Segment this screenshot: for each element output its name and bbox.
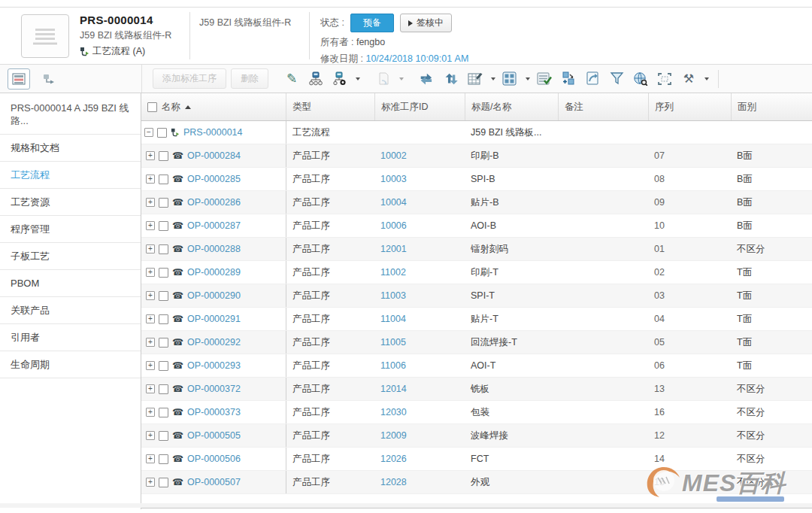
sidebar-item[interactable]: PBOM <box>0 270 141 297</box>
row-checkbox[interactable] <box>159 268 168 278</box>
paste-icon[interactable] <box>374 69 393 89</box>
item-link[interactable]: OP-0000506 <box>187 454 241 464</box>
expand-toggle[interactable]: + <box>146 314 155 323</box>
status-next-button[interactable]: 签核中 <box>400 14 452 32</box>
std-op-id-link[interactable]: 11005 <box>380 337 406 348</box>
expand-toggle[interactable]: + <box>146 384 155 393</box>
expand-toggle[interactable]: + <box>146 244 155 253</box>
expand-toggle[interactable]: + <box>146 454 155 463</box>
row-checkbox[interactable] <box>159 221 168 231</box>
column-header-seq[interactable]: 序列 <box>648 93 731 120</box>
table-row[interactable]: + ☎ OP-0000284 产品工序 10002 印刷-B 07 B面 <box>141 144 812 168</box>
column-header-side[interactable]: 面别 <box>731 93 812 120</box>
std-op-id-link[interactable]: 10002 <box>380 150 407 161</box>
table-row[interactable]: + ☎ OP-0000373 产品工序 12030 包装 16 不区分 <box>141 401 812 424</box>
expand-toggle[interactable]: + <box>146 198 155 207</box>
tools-icon[interactable]: ⚒ <box>679 69 698 89</box>
status-current-badge[interactable]: 预备 <box>350 14 394 32</box>
expand-toggle[interactable]: + <box>146 151 155 160</box>
std-op-id-link[interactable]: 10004 <box>380 197 407 208</box>
std-op-id-link[interactable]: 11004 <box>380 314 406 324</box>
std-op-id-link[interactable]: 12009 <box>380 430 407 441</box>
std-op-id-link[interactable]: 10003 <box>380 174 407 184</box>
table-row[interactable]: + ☎ OP-0000507 产品工序 12028 外观 15 不区分 <box>141 471 812 494</box>
row-checkbox[interactable] <box>159 175 168 184</box>
expand-toggle[interactable]: + <box>146 361 155 370</box>
sidebar-item[interactable]: 生命周期 <box>0 351 141 378</box>
sidebar-item[interactable]: 关联产品 <box>0 297 141 324</box>
row-checkbox[interactable] <box>159 431 168 441</box>
row-checkbox[interactable] <box>157 128 167 138</box>
expand-toggle[interactable]: + <box>146 408 155 417</box>
item-link[interactable]: OP-0000507 <box>187 477 241 487</box>
globe-search-icon[interactable] <box>631 69 650 89</box>
item-link[interactable]: OP-0000285 <box>187 174 241 184</box>
tree-settings-caret[interactable] <box>356 77 360 80</box>
row-checkbox[interactable] <box>159 361 168 371</box>
item-link[interactable]: OP-0000293 <box>187 360 241 371</box>
item-link[interactable]: OP-0000373 <box>187 407 241 417</box>
process-view-button[interactable] <box>38 68 60 90</box>
sidebar-item[interactable]: 规格和文档 <box>0 135 141 162</box>
item-link[interactable]: OP-0000505 <box>187 430 241 441</box>
expand-toggle[interactable]: + <box>146 338 155 347</box>
tree-settings-icon[interactable] <box>330 69 350 89</box>
item-link[interactable]: OP-0000290 <box>187 290 241 301</box>
indent-arrows-icon[interactable] <box>417 69 437 89</box>
sidebar-item[interactable]: 工艺资源 <box>0 189 141 216</box>
item-link[interactable]: OP-0000286 <box>187 197 241 208</box>
sidebar-item[interactable]: PRS-0000014 A J59 BZI 线路... <box>0 95 141 135</box>
table-row[interactable]: + ☎ OP-0000291 产品工序 11004 贴片-T 04 T面 <box>141 308 812 331</box>
expand-toggle[interactable]: + <box>146 478 155 487</box>
table-row[interactable]: + ☎ OP-0000286 产品工序 10004 贴片-B 09 B面 <box>141 191 812 214</box>
table-row[interactable]: + ☎ OP-0000288 产品工序 12001 镭射刻码 01 不区分 <box>141 238 812 261</box>
sidebar-item[interactable]: 子板工艺 <box>0 243 141 270</box>
std-op-id-link[interactable]: 11006 <box>380 360 406 371</box>
paste-caret[interactable] <box>399 77 404 80</box>
add-items-icon[interactable] <box>559 69 578 89</box>
checklist-icon[interactable] <box>535 69 554 89</box>
item-link[interactable]: OP-0000287 <box>187 220 241 231</box>
item-link[interactable]: OP-0000284 <box>187 150 241 161</box>
expand-toggle[interactable]: + <box>146 431 155 440</box>
expand-toggle[interactable]: + <box>146 175 155 184</box>
std-op-id-link[interactable]: 10006 <box>380 220 407 231</box>
column-header-type[interactable]: 类型 <box>286 93 374 120</box>
row-checkbox[interactable] <box>159 384 168 394</box>
column-header-std-id[interactable]: 标准工序ID <box>374 93 465 120</box>
export-icon[interactable] <box>583 69 602 89</box>
column-header-title[interactable]: 标题/名称 <box>465 93 558 120</box>
item-link[interactable]: OP-0000289 <box>187 267 241 278</box>
filter-icon[interactable] <box>607 69 626 89</box>
table-row[interactable]: + ☎ OP-0000505 产品工序 12009 波峰焊接 12 不区分 <box>141 424 812 448</box>
expand-toggle[interactable]: − <box>144 128 153 137</box>
grid-view-caret[interactable] <box>526 77 530 80</box>
reorder-arrows-icon[interactable] <box>441 69 461 89</box>
add-standard-op-button[interactable]: 添加标准工序 <box>153 68 226 89</box>
tree-view-icon[interactable] <box>306 69 326 89</box>
item-link[interactable]: PRS-0000014 <box>183 127 243 138</box>
table-row[interactable]: + ☎ OP-0000292 产品工序 11005 回流焊接-T 05 T面 <box>141 331 812 354</box>
row-checkbox[interactable] <box>159 291 168 301</box>
row-checkbox[interactable] <box>159 198 168 208</box>
expand-toggle[interactable]: + <box>146 221 155 230</box>
table-row[interactable]: + ☎ OP-0000293 产品工序 11006 AOI-T 06 T面 <box>141 354 812 378</box>
item-link[interactable]: OP-0000372 <box>187 384 241 394</box>
sidebar-item[interactable]: 工艺流程 <box>0 162 141 189</box>
row-checkbox[interactable] <box>159 314 168 324</box>
tools-caret[interactable] <box>704 77 709 80</box>
table-row[interactable]: + ☎ OP-0000290 产品工序 11003 SPI-T 03 T面 <box>141 284 812 308</box>
grid-view-icon[interactable] <box>500 69 520 89</box>
std-op-id-link[interactable]: 12026 <box>380 454 407 464</box>
std-op-id-link[interactable]: 12001 <box>380 244 407 254</box>
table-edit-icon[interactable] <box>465 69 485 89</box>
table-edit-caret[interactable] <box>491 77 495 80</box>
frame-select-icon[interactable] <box>655 69 674 89</box>
select-all-checkbox[interactable] <box>147 102 157 112</box>
column-header-note[interactable]: 备注 <box>558 93 648 120</box>
std-op-id-link[interactable]: 11002 <box>380 267 406 278</box>
row-checkbox[interactable] <box>159 151 168 161</box>
row-checkbox[interactable] <box>159 454 168 464</box>
std-op-id-link[interactable]: 12014 <box>380 384 407 394</box>
table-row[interactable]: + ☎ OP-0000285 产品工序 10003 SPI-B 08 B面 <box>141 168 812 191</box>
